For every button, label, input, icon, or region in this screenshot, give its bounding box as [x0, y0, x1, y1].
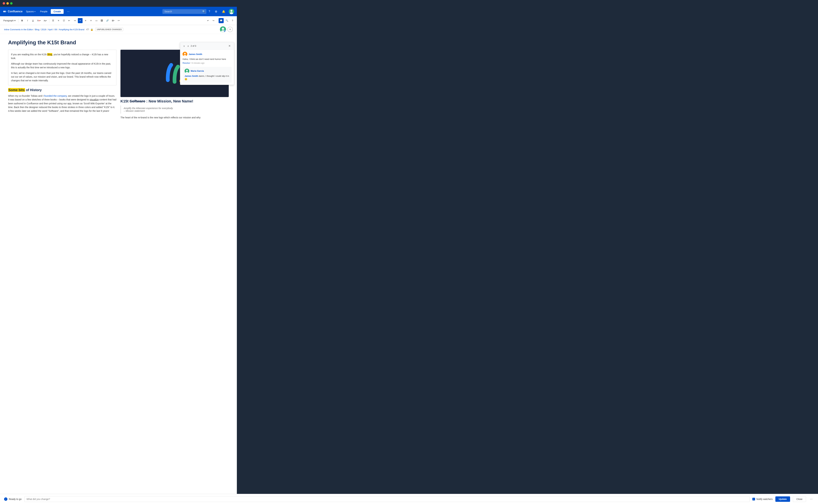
image-button[interactable]: 🖼	[99, 18, 104, 23]
breadcrumb-page-title[interactable]: Amplifying the K15t Brand	[59, 28, 84, 31]
indent-more-button[interactable]: ⇥	[72, 18, 77, 23]
founded-link[interactable]: founded the company	[44, 95, 67, 97]
spaces-chevron-icon: ▾	[34, 11, 35, 13]
comment-header: ∨ ∧ 2 of 3 ✕	[180, 42, 234, 50]
comment-item-2: Maria Garcia James Smith damn, I thought…	[182, 67, 232, 83]
breadcrumb-2019[interactable]: 2019	[41, 28, 46, 31]
table-button[interactable]: ⊞ ▾	[111, 18, 116, 23]
mission-text: Amplify the Atlassian experience for eve…	[124, 107, 226, 110]
link-button[interactable]: 🔗	[105, 18, 110, 23]
comment-prev-button[interactable]: ∨	[182, 44, 186, 48]
paragraph-2: Although our design team has continuousl…	[11, 62, 113, 69]
search-input[interactable]	[162, 9, 206, 14]
numbered-list-icon: ≡	[58, 19, 59, 22]
software-strikethrough: Software	[130, 99, 145, 103]
comment-1-time: 6 minutes ago	[192, 62, 204, 64]
indent-less-button[interactable]: ⇤	[67, 18, 72, 23]
paragraph-3: In fact, we've changed a lot more than j…	[11, 71, 113, 83]
comment-2-author: Maria Garcia	[191, 70, 204, 72]
bold-button[interactable]: B	[20, 18, 25, 23]
panel-button[interactable]: ▭	[94, 18, 99, 23]
tags-icon[interactable]: 🏷	[86, 28, 89, 31]
indent-icon: ⇥	[74, 19, 76, 22]
company-title: K15t Software : New Mission, New Name!	[120, 99, 229, 103]
editor-avatar[interactable]: M	[220, 26, 226, 32]
maximize-window-button[interactable]	[10, 2, 13, 5]
paragraph-chevron-icon: ▾	[14, 19, 16, 22]
svg-point-10	[186, 70, 188, 71]
settings-icon[interactable]: ⚙	[213, 9, 218, 15]
editor-main[interactable]: Amplifying the K15t Brand If you are rea…	[0, 34, 237, 501]
checkbox-button[interactable]: ☑	[62, 18, 66, 23]
mission-sub: – Mission statement	[124, 110, 226, 112]
comment-count: 2 of 3	[191, 45, 226, 47]
align-right-icon: ≡	[90, 19, 92, 22]
svg-point-7	[184, 53, 186, 54]
close-window-button[interactable]	[3, 2, 5, 5]
breadcrumb-09[interactable]: 09	[54, 28, 57, 31]
link-icon: 🔗	[106, 19, 109, 22]
text-color-chevron: ▾	[40, 20, 41, 21]
comment-item-1: James Smith Haha, I think we don't need …	[182, 52, 232, 64]
nav-spaces[interactable]: Spaces ▾	[25, 9, 37, 14]
resolve-button[interactable]: Resolve	[182, 62, 190, 64]
redo-button[interactable]: ↪	[211, 18, 216, 23]
editor-avatar-badge: M	[224, 30, 226, 32]
user-avatar[interactable]	[229, 9, 234, 14]
search-in-page-button[interactable]: 🔍	[224, 18, 229, 23]
text-style-chevron: ▾	[46, 20, 47, 21]
paragraph-style-button[interactable]: Paragraph ▾	[2, 18, 17, 23]
text-color-button[interactable]: A ▬ ▾	[36, 18, 42, 23]
redo-icon: ↪	[212, 19, 214, 22]
breadcrumb-inline-comments[interactable]: Inline Comments in the Editor	[4, 28, 33, 31]
help-icon[interactable]: ?	[207, 9, 211, 14]
paragraph-1: If you are reading this on the K15t Blog…	[11, 53, 113, 60]
comment-toggle-button[interactable]: 💬	[218, 18, 224, 23]
maria-avatar	[185, 69, 189, 73]
breadcrumb-sep-1: /	[34, 28, 34, 31]
comment-body: James Smith Haha, I think we don't need …	[180, 50, 234, 85]
create-button[interactable]: Create	[51, 9, 64, 14]
nav-people[interactable]: People	[39, 9, 49, 14]
title-bar	[0, 0, 237, 7]
add-collaborator-button[interactable]: +	[227, 27, 233, 32]
comment-close-button[interactable]: ✕	[227, 44, 232, 48]
some-bits-highlight: Some bits	[8, 88, 25, 92]
svg-point-1	[230, 10, 232, 12]
outdent-icon: ⇤	[68, 19, 70, 22]
rebrand-text: The heart of the re-brand is the new log…	[120, 116, 229, 119]
breadcrumb-sep-5: /	[57, 28, 58, 31]
align-center-icon: ≡	[85, 19, 86, 22]
breadcrumb-sep-2: /	[40, 28, 41, 31]
help-button[interactable]: ?	[230, 18, 235, 23]
ready-status: ✓ Ready to go	[4, 497, 22, 501]
search-bar[interactable]: 🔍	[162, 9, 205, 14]
confluence-logo[interactable]: Confluence	[3, 9, 22, 14]
ready-label: Ready to go	[9, 498, 22, 500]
notifications-icon[interactable]: 🔔	[221, 9, 227, 15]
change-description-input[interactable]	[24, 496, 237, 501]
help-icon: ?	[232, 19, 233, 22]
breadcrumb-actions: M +	[220, 26, 233, 32]
bullet-list-button[interactable]: ☰	[51, 18, 55, 23]
underline-button[interactable]: U	[31, 18, 35, 23]
image-icon: 🖼	[101, 19, 103, 22]
visualize-underline: visualize	[90, 98, 99, 101]
search-icon: 🔍	[202, 10, 205, 13]
align-right-button[interactable]: ≡	[89, 18, 93, 23]
nav-more-button[interactable]: ···	[66, 9, 71, 14]
numbered-list-button[interactable]: ≡	[56, 18, 61, 23]
align-center-button[interactable]: ≡	[83, 18, 88, 23]
text-style-button[interactable]: Aa ▾	[42, 18, 48, 23]
insert-button[interactable]: + ▾	[116, 18, 121, 23]
comment-2-author-row: Maria Garcia	[185, 69, 229, 73]
undo-button[interactable]: ↩	[205, 18, 210, 23]
breadcrumb-april[interactable]: April	[48, 28, 52, 31]
italic-button[interactable]: I	[25, 18, 30, 23]
checkbox-icon: ☑	[63, 19, 65, 22]
lock-icon[interactable]: 🔒	[90, 28, 93, 31]
align-left-button[interactable]: ≡	[78, 18, 83, 23]
minimize-window-button[interactable]	[6, 2, 9, 5]
comment-next-button[interactable]: ∧	[187, 44, 190, 48]
breadcrumb-blog[interactable]: Blog	[35, 28, 39, 31]
